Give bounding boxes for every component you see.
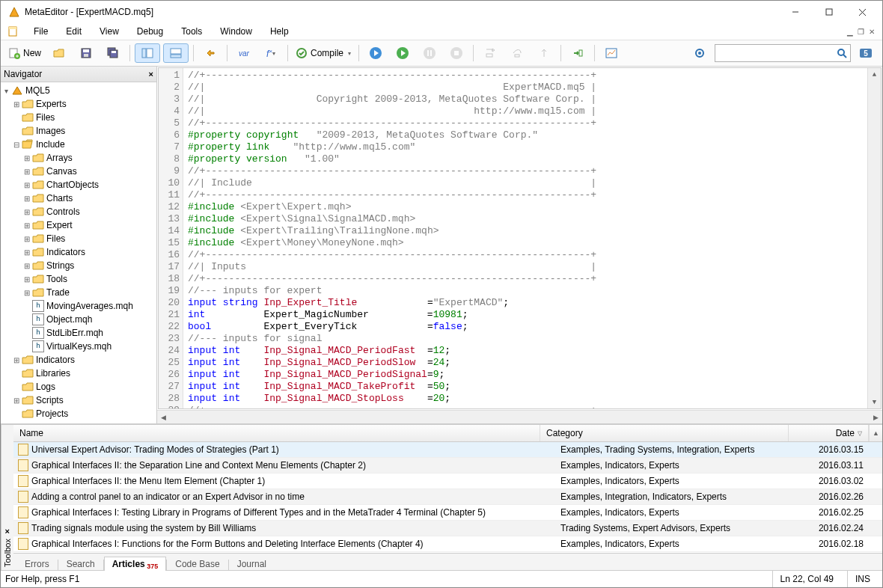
tree-item[interactable]: ··⊞Strings: [1, 259, 156, 272]
code-line[interactable]: //| Copyright 2009-2013, MetaQuotes Soft…: [188, 94, 863, 105]
twisty-icon[interactable]: ⊞: [22, 154, 32, 162]
tree-item[interactable]: ·⊞Experts: [1, 97, 156, 111]
open-button[interactable]: [47, 44, 71, 62]
mdi-minimize-icon[interactable]: ▁: [847, 28, 853, 36]
twisty-icon[interactable]: ⊞: [22, 195, 32, 203]
search-box[interactable]: [715, 44, 851, 62]
code-line[interactable]: input int Inp_Signal_MACD_TakeProfit =50…: [188, 381, 863, 393]
twisty-icon[interactable]: ⊞: [22, 235, 32, 243]
col-category[interactable]: Category: [540, 425, 789, 441]
twisty-icon[interactable]: ⊞: [22, 208, 32, 216]
toolbox-tab-articles[interactable]: Articles 375: [104, 557, 167, 571]
article-row[interactable]: Adding a control panel to an indicator o…: [13, 489, 882, 505]
toolbox-tab-journal[interactable]: Journal: [229, 557, 275, 571]
code-line[interactable]: //+-------------------------------------…: [188, 273, 863, 285]
twisty-icon[interactable]: ⊞: [22, 168, 32, 176]
community-button[interactable]: 5: [854, 44, 878, 62]
code-line[interactable]: #include <Expert\Expert.mqh>: [188, 201, 863, 213]
scroll-down-icon[interactable]: ▼: [868, 396, 881, 408]
mdi-restore-icon[interactable]: ❐: [858, 28, 864, 36]
scroll-left-icon[interactable]: ◀: [157, 411, 170, 423]
twisty-icon[interactable]: ⊟: [11, 141, 22, 149]
tree-item[interactable]: ·Libraries: [1, 367, 156, 380]
scroll-up-icon[interactable]: ▲: [869, 425, 882, 441]
function-button[interactable]: f×▾: [259, 44, 283, 62]
menu-help[interactable]: Help: [261, 25, 298, 38]
minimize-button[interactable]: [778, 1, 812, 22]
menu-file[interactable]: File: [25, 25, 57, 38]
step-into-button[interactable]: [478, 44, 502, 62]
twisty-icon[interactable]: ⊞: [11, 100, 22, 108]
run-button[interactable]: [391, 44, 415, 62]
tree-item[interactable]: ··⊞Canvas: [1, 165, 156, 178]
code-line[interactable]: bool Expert_EveryTick =false;: [188, 321, 863, 333]
code-line[interactable]: input int Inp_Signal_MACD_StopLoss =20;: [188, 393, 863, 405]
tree-item[interactable]: ·⊞Scripts: [1, 393, 156, 407]
menu-debug[interactable]: Debug: [128, 25, 172, 38]
toolbox-close-icon[interactable]: ×: [5, 527, 10, 536]
code-line[interactable]: //--- inputs for signal: [188, 333, 863, 345]
tree-item[interactable]: ·⊞Indicators: [1, 353, 156, 367]
menu-edit[interactable]: Edit: [57, 25, 91, 38]
twisty-icon[interactable]: ⊞: [22, 275, 32, 284]
step-out-button[interactable]: [532, 44, 556, 62]
toolbox-toggle-button[interactable]: [163, 43, 189, 63]
tree-item[interactable]: ··⊞Expert: [1, 218, 156, 232]
scroll-up-icon[interactable]: ▲: [868, 68, 881, 81]
twisty-icon[interactable]: ⊞: [11, 396, 22, 405]
toolbox-grid-rows[interactable]: Universal Expert Advisor: Trading Modes …: [13, 442, 882, 553]
twisty-icon[interactable]: ▾: [1, 87, 11, 95]
tree-item[interactable]: ··hObject.mqh: [1, 313, 156, 326]
twisty-icon[interactable]: ⊞: [22, 262, 32, 270]
code-line[interactable]: input int Inp_Signal_MACD_PeriodSlow =24…: [188, 357, 863, 369]
tree-item[interactable]: ··hVirtualKeys.mqh: [1, 340, 156, 353]
vertical-scrollbar[interactable]: ▲ ▼: [867, 68, 881, 408]
maximize-button[interactable]: [812, 1, 846, 22]
debug-start-button[interactable]: [364, 44, 388, 62]
code-line[interactable]: //+-------------------------------------…: [188, 70, 863, 82]
new-button[interactable]: New: [5, 44, 44, 62]
save-button[interactable]: [74, 44, 98, 62]
tree-item[interactable]: ·Projects: [1, 407, 156, 420]
tree-item[interactable]: ··⊞Arrays: [1, 151, 156, 165]
tree-item[interactable]: ··hMovingAverages.mqh: [1, 299, 156, 313]
code-line[interactable]: //| Include |: [188, 177, 863, 189]
navigator-close-icon[interactable]: ×: [149, 70, 153, 79]
menu-window[interactable]: Window: [211, 25, 261, 38]
mdi-close-icon[interactable]: ✕: [869, 28, 875, 36]
tree-item[interactable]: ··⊞ChartObjects: [1, 178, 156, 192]
article-row[interactable]: Trading signals module using the system …: [13, 521, 882, 536]
chart-button[interactable]: [599, 44, 623, 62]
undo-button[interactable]: [198, 44, 222, 62]
article-row[interactable]: Graphical Interfaces II: the Menu Item E…: [13, 474, 882, 489]
menu-tools[interactable]: Tools: [172, 25, 211, 38]
settings-icon[interactable]: [688, 44, 712, 62]
code-line[interactable]: #property version "1.00": [188, 153, 863, 165]
code-line[interactable]: //--- inputs for expert: [188, 285, 863, 297]
code-line[interactable]: //+-------------------------------------…: [188, 405, 863, 408]
close-button[interactable]: [846, 1, 879, 22]
code-line[interactable]: //| ExpertMACD.mq5 |: [188, 82, 863, 94]
col-name[interactable]: Name: [13, 425, 540, 441]
navigator-tree[interactable]: ▾MQL5·⊞Experts·Files·Images·⊟Include··⊞A…: [1, 82, 156, 423]
tree-item[interactable]: ··⊞Controls: [1, 205, 156, 218]
code-line[interactable]: //+-------------------------------------…: [188, 189, 863, 201]
code-line[interactable]: #property link "http://www.mql5.com": [188, 141, 863, 153]
code-line[interactable]: //+-------------------------------------…: [188, 165, 863, 177]
code-line[interactable]: //| http://www.mql5.com |: [188, 105, 863, 117]
scroll-right-icon[interactable]: ▶: [870, 411, 882, 423]
tree-item[interactable]: ·Logs: [1, 380, 156, 393]
code-area[interactable]: //+-------------------------------------…: [183, 68, 867, 408]
code-line[interactable]: input int Inp_Signal_MACD_PeriodFast =12…: [188, 345, 863, 357]
article-row[interactable]: Graphical Interfaces I: Functions for th…: [13, 536, 882, 552]
compile-button[interactable]: Compile ▾: [293, 44, 354, 62]
search-input[interactable]: [715, 46, 834, 60]
tree-item[interactable]: ··⊞Trade: [1, 286, 156, 299]
tree-item[interactable]: ··⊞Tools: [1, 272, 156, 286]
navigator-toggle-button[interactable]: [135, 43, 160, 63]
toolbox-tab-code-base[interactable]: Code Base: [167, 557, 227, 571]
stop-button[interactable]: [444, 44, 468, 62]
tree-item[interactable]: ▾MQL5: [1, 84, 156, 97]
code-line[interactable]: #include <Expert\Money\MoneyNone.mqh>: [188, 237, 863, 249]
code-line[interactable]: #property copyright "2009-2013, MetaQuot…: [188, 129, 863, 141]
